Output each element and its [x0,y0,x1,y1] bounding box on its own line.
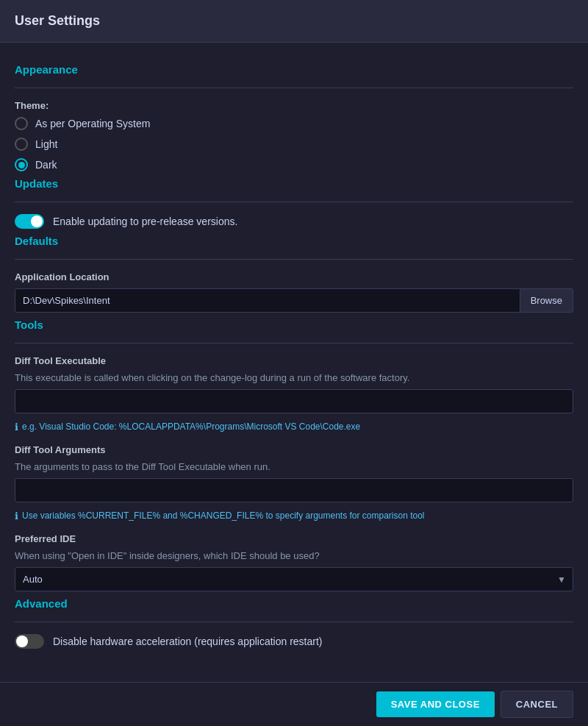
toggle-track [15,214,44,229]
diff-tool-hint-text: e.g. Visual Studio Code: %LOCALAPPDATA%\… [22,421,360,432]
diff-tool-input[interactable] [15,389,573,413]
advanced-title: Advanced [15,597,573,610]
diff-args-label: Diff Tool Arguments [15,444,573,455]
appearance-title: Appearance [15,63,573,76]
window: User Settings Appearance Theme: As per O… [0,0,588,680]
app-location-input[interactable] [15,288,520,313]
save-and-close-button[interactable]: SAVE AND CLOSE [376,691,495,717]
defaults-divider [15,259,573,260]
radio-dark[interactable]: Dark [15,158,573,171]
radio-circle-dark [15,158,28,171]
content-area: Appearance Theme: As per Operating Syste… [0,43,588,680]
updates-divider [15,202,573,202]
diff-args-input[interactable] [15,478,573,502]
updates-toggle-row: Enable updating to pre-release versions. [15,214,573,229]
advanced-section: Advanced Disable hardware acceleration (… [15,597,573,649]
hw-accel-label: Disable hardware acceleration (requires … [53,636,323,647]
prerelease-label: Enable updating to pre-release versions. [53,216,237,227]
updates-section: Updates Enable updating to pre-release v… [15,177,573,229]
diff-args-hint-icon: ℹ [15,510,18,522]
radio-circle-light [15,138,28,151]
radio-label-dark: Dark [35,159,57,171]
appearance-section: Appearance Theme: As per Operating Syste… [15,63,573,171]
cancel-button[interactable]: CANCEL [501,691,573,718]
hw-accel-toggle-row: Disable hardware acceleration (requires … [15,634,573,649]
advanced-divider [15,622,573,622]
appearance-divider [15,88,573,88]
tools-section: Tools Diff Tool Executable This executab… [15,318,573,591]
diff-tool-hint-icon: ℹ [15,421,18,433]
diff-args-hint-text: Use variables %CURRENT_FILE% and %CHANGE… [22,510,425,521]
radio-label-light: Light [35,138,57,150]
diff-tool-hint-row: ℹ e.g. Visual Studio Code: %LOCALAPPDATA… [15,421,573,433]
radio-circle-os [15,117,28,130]
footer: SAVE AND CLOSE CANCEL [0,682,588,726]
defaults-section: Defaults Application Location Browse [15,235,573,313]
window-title: User Settings [15,13,100,28]
updates-title: Updates [15,177,573,190]
diff-args-desc: The arguments to pass to the Diff Tool E… [15,461,573,472]
radio-light[interactable]: Light [15,138,573,151]
defaults-title: Defaults [15,235,573,247]
hw-accel-track [15,634,44,649]
tools-divider [15,343,573,344]
preferred-ide-desc: When using "Open in IDE" inside designer… [15,550,573,561]
radio-os[interactable]: As per Operating System [15,117,573,130]
preferred-ide-block: Preferred IDE When using "Open in IDE" i… [15,533,573,591]
preferred-ide-wrapper: Auto Visual Studio Visual Studio Code Ri… [15,567,573,591]
diff-tool-desc: This executable is called when clicking … [15,372,573,383]
preferred-ide-label: Preferred IDE [15,533,573,544]
app-location-label: Application Location [15,271,573,282]
theme-radio-group: As per Operating System Light Dark [15,117,573,171]
diff-tool-label: Diff Tool Executable [15,355,573,366]
radio-label-os: As per Operating System [35,118,150,129]
hw-accel-toggle[interactable] [15,634,44,649]
browse-button[interactable]: Browse [520,288,573,313]
title-bar: User Settings [0,0,588,43]
prerelease-toggle[interactable] [15,214,44,229]
tools-title: Tools [15,318,573,331]
hw-accel-thumb [16,636,28,647]
preferred-ide-select[interactable]: Auto Visual Studio Visual Studio Code Ri… [15,567,573,591]
diff-args-block: Diff Tool Arguments The arguments to pas… [15,444,573,522]
toggle-thumb [31,216,43,227]
diff-args-hint-row: ℹ Use variables %CURRENT_FILE% and %CHAN… [15,510,573,522]
app-location-row: Browse [15,288,573,313]
theme-label: Theme: [15,100,573,111]
